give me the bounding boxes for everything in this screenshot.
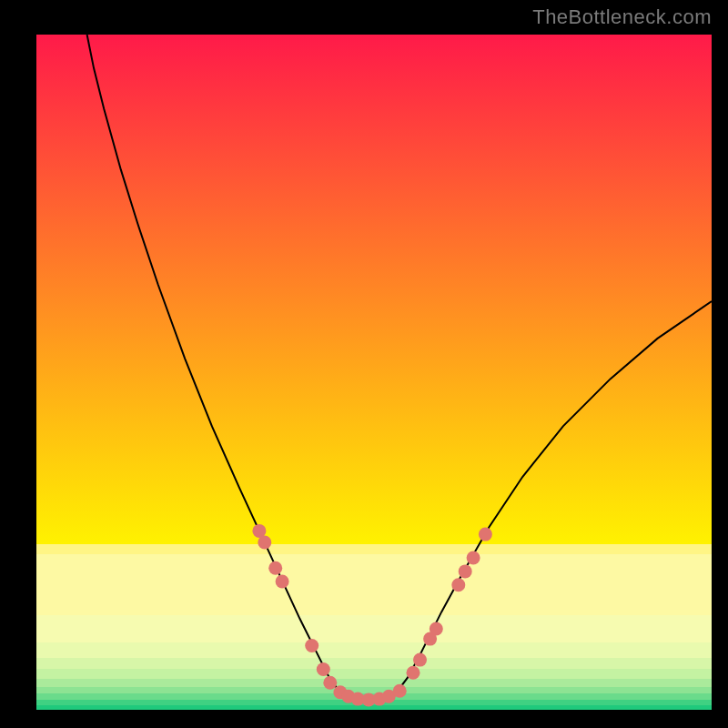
background-band bbox=[36, 669, 712, 679]
background-band bbox=[36, 642, 712, 658]
watermark-label: TheBottleneck.com bbox=[532, 5, 712, 29]
gradient-band bbox=[36, 35, 712, 544]
background-band bbox=[36, 544, 712, 555]
background-band bbox=[36, 679, 712, 687]
background-band bbox=[36, 554, 712, 615]
background-band bbox=[36, 615, 712, 642]
background-band bbox=[36, 705, 712, 710]
chart-stage: TheBottleneck.com bbox=[0, 0, 728, 728]
plot-area bbox=[36, 35, 712, 710]
chart-background bbox=[36, 35, 712, 710]
background-band bbox=[36, 658, 712, 670]
